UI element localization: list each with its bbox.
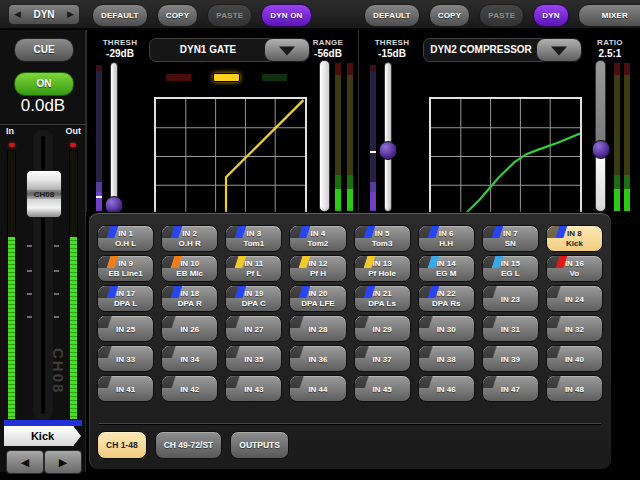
channel-button-in-31[interactable]: IN 31 <box>482 315 539 342</box>
channel-button-in-18[interactable]: IN 18DPA R <box>161 285 218 312</box>
corner-fold-icon <box>355 376 389 388</box>
default-button[interactable]: DEFAULT <box>92 4 148 27</box>
channel-button-in-39[interactable]: IN 39 <box>482 345 539 372</box>
gate-transfer-graph <box>154 97 307 216</box>
comp-dropdown-button[interactable] <box>536 38 582 62</box>
gate-range-readout: RANGE -56dB <box>303 38 353 59</box>
cue-button[interactable]: CUE <box>14 38 74 62</box>
corner-fold-icon <box>290 346 324 358</box>
channel-color-stripe <box>226 226 260 238</box>
channel-button-in-7[interactable]: IN 7SN <box>482 225 539 252</box>
gate-range-slider[interactable] <box>319 60 330 212</box>
channel-button-in-37[interactable]: IN 37 <box>354 345 411 372</box>
channel-button-in-21[interactable]: IN 21DPA Ls <box>354 285 411 312</box>
channel-select-overlay: IN 1O.H LIN 2O.H RIN 3Tom1IN 4Tom2IN 5To… <box>88 212 612 470</box>
channel-button-in-30[interactable]: IN 30 <box>418 315 475 342</box>
comp-slider-knob[interactable] <box>379 141 398 160</box>
channel-button-in-41[interactable]: IN 41 <box>97 375 154 402</box>
channel-button-in-23[interactable]: IN 23 <box>482 285 539 312</box>
dyn-on-button[interactable]: DYN ON <box>261 4 311 27</box>
channel-name-label: Vo <box>547 269 602 279</box>
channel-button-in-22[interactable]: IN 22DPA Rs <box>418 285 475 312</box>
channel-button-in-8[interactable]: IN 8Kick <box>546 225 603 252</box>
tab-ch-49-72-st[interactable]: CH 49-72/ST <box>155 431 223 459</box>
channel-button-in-46[interactable]: IN 46 <box>418 375 475 402</box>
comp-type-dropdown[interactable]: DYN2 COMPRESSOR <box>423 38 581 62</box>
channel-color-stripe <box>226 286 260 298</box>
channel-button-in-33[interactable]: IN 33 <box>97 345 154 372</box>
fader-tick <box>27 293 32 295</box>
channel-button-in-2[interactable]: IN 2O.H R <box>161 225 218 252</box>
fader-knob[interactable]: CH08 <box>26 170 62 218</box>
mixer-button[interactable]: MIXER <box>578 4 640 27</box>
channel-button-in-48[interactable]: IN 48 <box>546 375 603 402</box>
channel-button-in-42[interactable]: IN 42 <box>161 375 218 402</box>
channel-button-in-14[interactable]: IN 14EG M <box>418 255 475 282</box>
comp-ratio-slider[interactable] <box>595 60 606 212</box>
copy-button[interactable]: COPY <box>157 4 198 27</box>
channel-button-in-13[interactable]: IN 13Pf Hole <box>354 255 411 282</box>
gate-type-dropdown[interactable]: DYN1 GATE <box>149 38 309 62</box>
prev-channel-button[interactable]: ◀ <box>6 450 44 474</box>
channel-button-in-28[interactable]: IN 28 <box>289 315 346 342</box>
channel-button-in-25[interactable]: IN 25 <box>97 315 154 342</box>
channel-button-in-43[interactable]: IN 43 <box>225 375 282 402</box>
channel-name-label: EB Mic <box>162 269 217 279</box>
channel-button-in-10[interactable]: IN 10EB Mic <box>161 255 218 282</box>
channel-button-in-34[interactable]: IN 34 <box>161 345 218 372</box>
channel-button-in-12[interactable]: IN 12Pf H <box>289 255 346 282</box>
channel-button-in-3[interactable]: IN 3Tom1 <box>225 225 282 252</box>
channel-on-button[interactable]: ON <box>14 72 74 96</box>
tab-outputs[interactable]: OUTPUTS <box>230 431 289 459</box>
dyn1-toolbar: DEFAULTCOPYPASTEDYN ON <box>92 4 312 27</box>
channel-button-in-29[interactable]: IN 29 <box>354 315 411 342</box>
channel-button-in-11[interactable]: IN 11Pf L <box>225 255 282 282</box>
channel-button-in-17[interactable]: IN 17DPA L <box>97 285 154 312</box>
channel-color-stripe <box>355 256 389 268</box>
channel-button-in-9[interactable]: IN 9EB Line1 <box>97 255 154 282</box>
in-clip-led <box>9 143 15 147</box>
corner-fold-icon <box>162 346 196 358</box>
comp-ratio-knob[interactable] <box>591 140 610 159</box>
channel-button-in-40[interactable]: IN 40 <box>546 345 603 372</box>
default-button[interactable]: DEFAULT <box>364 4 420 27</box>
channel-button-in-45[interactable]: IN 45 <box>354 375 411 402</box>
channel-button-in-24[interactable]: IN 24 <box>546 285 603 312</box>
channel-button-in-26[interactable]: IN 26 <box>161 315 218 342</box>
channel-name-label: DPA L <box>98 299 153 309</box>
channel-button-in-20[interactable]: IN 20DPA LFE <box>289 285 346 312</box>
dyn-on-button[interactable]: DYN ON <box>533 4 569 27</box>
channel-button-in-38[interactable]: IN 38 <box>418 345 475 372</box>
dyn-page-nav[interactable]: ◀ DYN ▶ <box>8 4 80 25</box>
input-meter-fill <box>8 237 15 419</box>
channel-name-plate[interactable]: Kick <box>4 426 81 446</box>
channel-button-in-32[interactable]: IN 32 <box>546 315 603 342</box>
comp-threshold-slider[interactable] <box>383 62 393 212</box>
channel-button-in-5[interactable]: IN 5Tom3 <box>354 225 411 252</box>
corner-fold-icon <box>226 376 260 388</box>
channel-button-in-35[interactable]: IN 35 <box>225 345 282 372</box>
channel-button-in-44[interactable]: IN 44 <box>289 375 346 402</box>
channel-button-in-27[interactable]: IN 27 <box>225 315 282 342</box>
comp-ratio-label: RATIO <box>585 38 635 47</box>
channel-name-label: Pf L <box>226 269 281 279</box>
channel-button-in-19[interactable]: IN 19DPA C <box>225 285 282 312</box>
next-page-icon[interactable]: ▶ <box>67 10 74 19</box>
copy-button[interactable]: COPY <box>429 4 470 27</box>
tab-ch-1-48[interactable]: CH 1-48 <box>97 431 147 459</box>
channel-button-in-16[interactable]: IN 16Vo <box>546 255 603 282</box>
channel-button-in-4[interactable]: IN 4Tom2 <box>289 225 346 252</box>
channel-button-in-15[interactable]: IN 15EG L <box>482 255 539 282</box>
next-channel-button[interactable]: ▶ <box>44 450 82 474</box>
channel-name-label: DPA R <box>162 299 217 309</box>
gate-threshold-slider[interactable] <box>109 62 119 212</box>
channel-button-in-47[interactable]: IN 47 <box>482 375 539 402</box>
prev-page-icon[interactable]: ◀ <box>14 10 21 19</box>
top-toolbar-strip: ◀ DYN ▶ DEFAULTCOPYPASTEDYN ON DEFAULTCO… <box>0 0 640 30</box>
channel-button-in-1[interactable]: IN 1O.H L <box>97 225 154 252</box>
channel-button-in-6[interactable]: IN 6H.H <box>418 225 475 252</box>
channel-name-label: O.H R <box>162 239 217 249</box>
channel-color-stripe <box>419 256 453 268</box>
mixer-app: ◀ DYN ▶ DEFAULTCOPYPASTEDYN ON DEFAULTCO… <box>0 0 640 480</box>
channel-button-in-36[interactable]: IN 36 <box>289 345 346 372</box>
